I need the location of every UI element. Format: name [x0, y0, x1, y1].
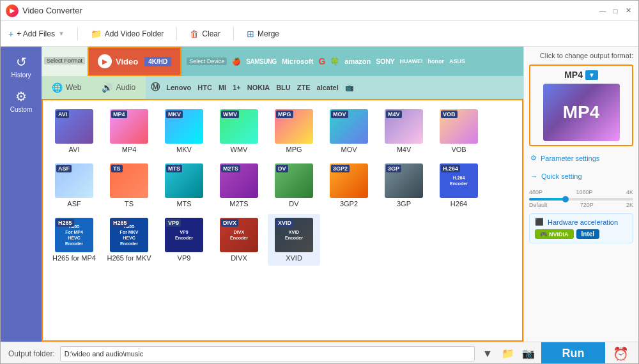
format-item-mpg[interactable]: MPGMPG: [268, 105, 320, 157]
format-tabs-row: Select Format ▶ Video 4K/HD Select Devic…: [42, 47, 523, 76]
brand-motorola[interactable]: Ⓜ: [151, 82, 160, 93]
format-label-asf: ASF: [67, 200, 81, 208]
device-samsung[interactable]: SAMSUNG: [246, 58, 277, 65]
nvidia-chip[interactable]: 🎮 NVIDIA: [535, 229, 574, 239]
device-huawei[interactable]: HUAWEI: [399, 58, 422, 64]
format-item-wmv[interactable]: WMVWMV: [213, 105, 265, 157]
device-google[interactable]: G: [318, 56, 325, 66]
format-badge-3gp2: 3GP2: [331, 165, 350, 172]
format-item-ts[interactable]: TSTS: [103, 160, 155, 211]
device-sony[interactable]: SONY: [376, 57, 394, 65]
device-honor[interactable]: honor: [427, 58, 444, 64]
video-tab[interactable]: ▶ Video 4K/HD: [88, 47, 181, 76]
add-files-icon: +: [8, 29, 13, 39]
clear-button[interactable]: 🗑 Clear: [190, 29, 220, 39]
custom-icon: ⚙: [15, 89, 27, 104]
format-item-mkv[interactable]: MKVMKV: [158, 105, 210, 157]
format-item-3gp[interactable]: 3GP3GP: [378, 160, 430, 211]
device-lg[interactable]: 🍀: [330, 57, 339, 66]
brand-lenovo[interactable]: Lenovo: [166, 84, 191, 91]
format-item-h265mp4[interactable]: H265H265 For MP4 HEVC EncoderH265 for MP…: [48, 214, 100, 266]
slider-thumb[interactable]: [562, 196, 569, 202]
output-format-box: MP4 ▼ MP4: [529, 64, 633, 146]
brand-alcatel[interactable]: alcatel: [317, 84, 339, 91]
merge-button[interactable]: ⊞ Merge: [247, 29, 279, 39]
hw-accel-chips: 🎮 NVIDIA Intel: [535, 229, 627, 239]
brand-blu[interactable]: BLU: [276, 84, 291, 91]
format-item-dv[interactable]: DVDV: [268, 160, 320, 211]
format-item-mp4[interactable]: MP4MP4: [103, 105, 155, 157]
output-path-input[interactable]: [60, 346, 475, 361]
sidebar: ↺ History ⚙ Custom: [1, 47, 42, 342]
format-badge-dv: DV: [276, 165, 288, 172]
device-apple[interactable]: 🍎: [232, 57, 241, 66]
brand-oneplus[interactable]: 1+: [233, 84, 241, 91]
output-format-title: Click to change output format:: [529, 52, 633, 59]
format-label-h265mkv: H265 for MKV: [107, 254, 151, 262]
param-settings-label: Parameter settings: [541, 155, 599, 162]
brand-nokia[interactable]: NOKIA: [247, 84, 270, 91]
param-settings-icon: ⚙: [530, 154, 537, 162]
folder-open-icon[interactable]: 📁: [500, 346, 516, 361]
brand-htc[interactable]: HTC: [197, 84, 212, 91]
format-item-avi[interactable]: AVIAVI: [48, 105, 100, 157]
format-badge-wmv: WMV: [221, 110, 239, 118]
brand-tv[interactable]: 📺: [345, 84, 354, 92]
format-item-mts[interactable]: MTSMTS: [158, 160, 210, 211]
format-label-mov: MOV: [341, 146, 357, 153]
minimize-button[interactable]: —: [597, 6, 608, 16]
format-item-h265mkv[interactable]: H265H265 For MKV HEVC EncoderH265 for MK…: [103, 214, 155, 266]
app-title: Video Converter: [22, 6, 82, 15]
sidebar-item-custom[interactable]: ⚙ Custom: [1, 84, 42, 118]
param-settings-button[interactable]: ⚙ Parameter settings: [529, 151, 633, 165]
audio-tab[interactable]: 🔊 Audio: [91, 76, 146, 99]
preview-icon[interactable]: 📷: [521, 346, 536, 361]
slider-track[interactable]: [529, 198, 633, 201]
format-label-divx: DIVX: [231, 254, 247, 262]
format-item-vp9[interactable]: VP9VP9 EncoderVP9: [158, 214, 210, 266]
dropdown-icon[interactable]: ▼: [480, 346, 495, 361]
format-label-vob: VOB: [451, 146, 466, 153]
video-tab-label: Video: [116, 57, 138, 66]
web-tab[interactable]: 🌐 Web: [42, 76, 91, 99]
run-button[interactable]: Run: [541, 342, 605, 365]
format-item-xvid[interactable]: XVIDXVID EncoderXVID: [268, 214, 320, 266]
format-preview-thumbnail: MP4: [543, 84, 620, 141]
device-microsoft[interactable]: Microsoft: [282, 57, 314, 65]
format-item-vob[interactable]: VOBVOB: [433, 105, 485, 157]
resolution-badge[interactable]: 4K/HD: [144, 57, 171, 66]
device-asus[interactable]: ASUS: [449, 58, 465, 64]
intel-chip[interactable]: Intel: [576, 229, 600, 239]
selected-format-label: MP4: [564, 70, 583, 80]
brand-zte[interactable]: ZTE: [297, 84, 311, 91]
format-badge-avi: AVI: [56, 110, 69, 118]
add-files-dropdown-arrow[interactable]: ▼: [58, 30, 65, 37]
hw-accel-title: ⬛ Hardware acceleration: [535, 218, 627, 226]
format-preview-inner: MP4: [543, 84, 620, 141]
close-button[interactable]: ✕: [623, 6, 633, 16]
sidebar-item-history[interactable]: ↺ History: [1, 49, 42, 84]
format-item-mov[interactable]: MOVMOV: [323, 105, 375, 157]
format-area: Select Format ▶ Video 4K/HD Select Devic…: [42, 47, 523, 342]
sidebar-item-custom-label: Custom: [10, 106, 32, 113]
quick-setting-button[interactable]: → Quick setting: [529, 170, 633, 183]
hw-accel-label: Hardware acceleration: [548, 218, 618, 226]
right-panel: Click to change output format: MP4 ▼ MP4…: [523, 47, 638, 342]
maximize-button[interactable]: □: [610, 6, 620, 16]
format-item-divx[interactable]: DIVXDIVX EncoderDIVX: [213, 214, 265, 266]
add-folder-button[interactable]: 📁 Add Video Folder: [91, 29, 164, 39]
format-item-h264[interactable]: H.264H.264 EncoderH264: [433, 160, 485, 211]
output-format-select[interactable]: MP4 ▼: [534, 70, 628, 80]
device-amazon[interactable]: amazon: [344, 57, 371, 65]
history-icon: ↺: [16, 54, 27, 70]
add-files-button[interactable]: + + Add Files ▼: [8, 29, 65, 39]
format-item-asf[interactable]: ASFASF: [48, 160, 100, 211]
alarm-button[interactable]: ⏰: [610, 344, 631, 364]
format-item-m4v[interactable]: M4VM4V: [378, 105, 430, 157]
brand-mi[interactable]: MI: [219, 84, 226, 91]
format-item-3gp2[interactable]: 3GP23GP2: [323, 160, 375, 211]
toolbar-divider-2: [176, 27, 177, 40]
format-dropdown-arrow[interactable]: ▼: [585, 70, 598, 80]
window-controls[interactable]: — □ ✕: [597, 6, 633, 16]
format-item-m2ts[interactable]: M2TSM2TS: [213, 160, 265, 211]
